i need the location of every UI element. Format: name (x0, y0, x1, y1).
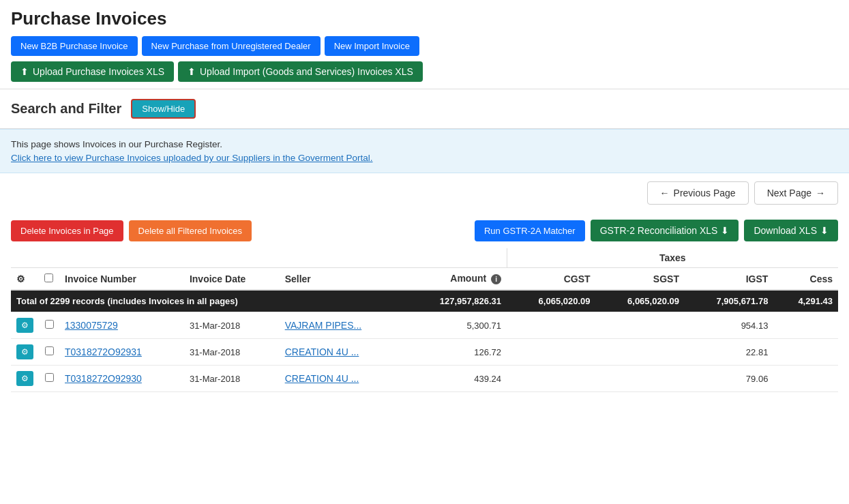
search-filter-label: Search and Filter (11, 101, 121, 117)
sgst-1 (596, 312, 685, 339)
totals-amount: 127,957,826.31 (404, 290, 507, 312)
cess-header: Cess (773, 268, 838, 291)
row-checkbox-1[interactable] (45, 320, 54, 329)
invoice-number-1: 1330075729 (59, 312, 184, 339)
upload-import-xls-button[interactable]: ⬆ Upload Import (Goods and Services) Inv… (178, 61, 423, 82)
checkbox-col-header (39, 268, 59, 291)
cgst-header: CGST (507, 268, 595, 291)
row-checkbox-3[interactable] (45, 373, 54, 382)
invoice-number-2: T0318272O92931 (59, 339, 184, 366)
next-page-button[interactable]: Next Page → (754, 181, 838, 205)
info-text-1: This page shows Invoices in our Purchase… (11, 139, 838, 149)
upload-icon-1: ⬆ (20, 66, 29, 77)
sgst-3 (596, 366, 685, 392)
select-all-checkbox[interactable] (44, 273, 53, 282)
table-row: ⚙ T0318272O92931 31-Mar-2018 CREATION 4U… (11, 339, 838, 366)
action-row: Delete Invoices in Page Delete all Filte… (0, 213, 849, 248)
button-row-2: ⬆ Upload Purchase Invoices XLS ⬆ Upload … (11, 61, 838, 82)
invoice-date-header: Invoice Date (184, 268, 280, 291)
invoice-number-header: Invoice Number (59, 268, 184, 291)
download-icon-2: ⬇ (820, 225, 829, 236)
cess-3 (773, 366, 838, 392)
column-header-row: ⚙ Invoice Number Invoice Date Seller Amo… (11, 268, 838, 291)
new-purchase-unregistered-button[interactable]: New Purchase from Unregistered Dealer (142, 36, 321, 56)
cgst-2 (507, 339, 595, 366)
checkbox-cell-1 (39, 312, 59, 339)
table-row: ⚙ 1330075729 31-Mar-2018 VAJRAM PIPES...… (11, 312, 838, 339)
invoice-link-3[interactable]: T0318272O92930 (65, 373, 142, 384)
igst-1: 954.13 (685, 312, 773, 339)
invoice-date-3: 31-Mar-2018 (184, 366, 280, 392)
previous-page-button[interactable]: ← Previous Page (647, 181, 749, 205)
delete-all-filtered-button[interactable]: Delete all Filtered Invoices (129, 220, 252, 241)
gear-cell-2: ⚙ (11, 339, 39, 366)
seller-link-3[interactable]: CREATION 4U ... (285, 373, 359, 384)
seller-link-2[interactable]: CREATION 4U ... (285, 346, 359, 357)
page-title: Purchase Invoices (11, 8, 838, 29)
arrow-left-icon: ← (660, 188, 670, 198)
amount-info-icon[interactable]: i (491, 274, 501, 284)
gear-cell-3: ⚙ (11, 366, 39, 392)
gstr2-reconciliation-button[interactable]: GSTR-2 Reconciliation XLS ⬇ (591, 220, 739, 241)
upload-purchase-xls-button[interactable]: ⬆ Upload Purchase Invoices XLS (11, 61, 174, 82)
download-icon-1: ⬇ (721, 225, 729, 236)
seller-2: CREATION 4U ... (280, 339, 404, 366)
upload-icon-2: ⬆ (188, 66, 196, 77)
amount-1: 5,300.71 (404, 312, 507, 339)
taxes-header-empty (11, 248, 507, 268)
show-hide-button[interactable]: Show/Hide (131, 99, 196, 119)
totals-igst: 7,905,671.78 (685, 290, 773, 312)
download-xls-button[interactable]: Download XLS ⬇ (744, 220, 838, 241)
delete-invoices-page-button[interactable]: Delete Invoices in Page (11, 220, 123, 241)
arrow-right-icon: → (816, 188, 825, 198)
amount-3: 439.24 (404, 366, 507, 392)
pagination-row: ← Previous Page Next Page → (0, 173, 849, 213)
gear-button-3[interactable]: ⚙ (16, 371, 33, 386)
search-filter-section: Search and Filter Show/Hide (0, 89, 849, 128)
gear-cell-1: ⚙ (11, 312, 39, 339)
invoice-date-2: 31-Mar-2018 (184, 339, 280, 366)
invoices-table: Taxes ⚙ Invoice Number Invoice Date Sell… (11, 248, 838, 392)
invoice-link-2[interactable]: T0318272O92931 (65, 346, 142, 357)
sgst-header: SGST (596, 268, 685, 291)
totals-row: Total of 2299 records (includes Invoices… (11, 290, 838, 312)
row-checkbox-2[interactable] (45, 346, 54, 355)
cess-1 (773, 312, 838, 339)
cgst-1 (507, 312, 595, 339)
gear-icon-header[interactable]: ⚙ (16, 273, 25, 284)
checkbox-cell-3 (39, 366, 59, 392)
gear-col-header: ⚙ (11, 268, 39, 291)
seller-header: Seller (280, 268, 404, 291)
amount-2: 126.72 (404, 339, 507, 366)
new-b2b-purchase-button[interactable]: New B2B Purchase Invoice (11, 36, 138, 56)
cess-2 (773, 339, 838, 366)
header-section: Purchase Invoices New B2B Purchase Invoi… (0, 0, 849, 89)
invoice-date-1: 31-Mar-2018 (184, 312, 280, 339)
new-import-invoice-button[interactable]: New Import Invoice (325, 36, 419, 56)
table-body: Total of 2299 records (includes Invoices… (11, 290, 838, 392)
totals-cgst: 6,065,020.09 (507, 290, 595, 312)
checkbox-cell-2 (39, 339, 59, 366)
invoice-number-3: T0318272O92930 (59, 366, 184, 392)
invoice-link-1[interactable]: 1330075729 (65, 320, 118, 331)
table-section: Taxes ⚙ Invoice Number Invoice Date Sell… (0, 248, 849, 403)
igst-3: 79.06 (685, 366, 773, 392)
page-wrapper: Purchase Invoices New B2B Purchase Invoi… (0, 0, 849, 504)
info-section: This page shows Invoices in our Purchase… (0, 129, 849, 173)
gear-button-1[interactable]: ⚙ (16, 318, 33, 333)
table-row: ⚙ T0318272O92930 31-Mar-2018 CREATION 4U… (11, 366, 838, 392)
gear-button-2[interactable]: ⚙ (16, 344, 33, 359)
seller-3: CREATION 4U ... (280, 366, 404, 392)
igst-2: 22.81 (685, 339, 773, 366)
seller-link-1[interactable]: VAJRAM PIPES... (285, 320, 362, 331)
igst-header: IGST (685, 268, 773, 291)
cgst-3 (507, 366, 595, 392)
taxes-group-header: Taxes (507, 248, 838, 268)
amount-header: Amount i (404, 268, 507, 291)
run-gstr-matcher-button[interactable]: Run GSTR-2A Matcher (475, 220, 585, 241)
totals-label: Total of 2299 records (includes Invoices… (11, 290, 404, 312)
taxes-header-row: Taxes (11, 248, 838, 268)
totals-cess: 4,291.43 (773, 290, 838, 312)
info-link[interactable]: Click here to view Purchase Invoices upl… (11, 153, 373, 163)
button-row-1: New B2B Purchase Invoice New Purchase fr… (11, 36, 838, 56)
